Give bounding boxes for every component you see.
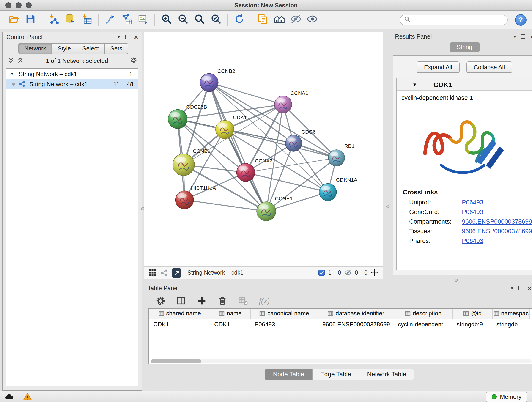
tree-row[interactable]: ▼String Network – cdk11 xyxy=(6,69,138,79)
network-edge[interactable] xyxy=(209,83,266,211)
column-header-database-identifier[interactable]: database identifier xyxy=(318,309,394,319)
import-network-database-button[interactable] xyxy=(62,12,78,27)
grid-view-icon[interactable] xyxy=(149,269,156,276)
float-panel-icon[interactable] xyxy=(518,286,522,290)
search-box[interactable] xyxy=(399,14,508,25)
collapse-panel-icon[interactable]: ▾ xyxy=(514,34,516,39)
splitter-handle[interactable] xyxy=(455,279,458,282)
splitter-handle[interactable] xyxy=(141,207,144,211)
network-edge[interactable] xyxy=(209,83,283,104)
network-edge[interactable] xyxy=(209,83,336,158)
network-node-CDK1[interactable] xyxy=(215,120,234,139)
column-header-shared-name[interactable]: shared name xyxy=(149,309,210,319)
command-panel-button[interactable] xyxy=(254,12,271,27)
column-header--id[interactable]: @id xyxy=(452,309,492,319)
table-cell[interactable]: CDK1 xyxy=(210,319,250,329)
table-settings-gear-icon[interactable] xyxy=(156,296,165,306)
network-edge[interactable] xyxy=(246,172,328,192)
warning-icon[interactable] xyxy=(23,393,32,401)
table-cell[interactable]: stringdb xyxy=(492,319,530,329)
tab-node-table[interactable]: Node Table xyxy=(265,369,312,380)
tab-style[interactable]: Style xyxy=(51,43,77,54)
tab-network[interactable]: Network xyxy=(18,43,52,54)
crosslink-link[interactable]: P06493 xyxy=(462,199,483,206)
collapse-panel-icon[interactable]: ▾ xyxy=(118,34,120,39)
crosshair-icon[interactable] xyxy=(371,269,378,276)
network-canvas[interactable]: CCNB2CCNA1CDC25BCDK1CDC6RB1CCNB1CCNA2CDK… xyxy=(144,32,383,266)
column-header-description[interactable]: description xyxy=(394,309,452,319)
delete-column-trash-icon[interactable] xyxy=(218,296,227,306)
network-node-CCNB2[interactable] xyxy=(200,73,218,92)
apply-layout-button[interactable] xyxy=(231,12,247,27)
network-node-RB1[interactable] xyxy=(328,150,345,166)
zoom-selected-button[interactable] xyxy=(208,12,224,27)
selected-checkbox[interactable] xyxy=(319,269,325,276)
delete-table-icon[interactable] xyxy=(238,296,248,306)
cloud-icon[interactable] xyxy=(5,393,14,401)
collapse-all-icon[interactable] xyxy=(7,57,14,65)
hide-selected-button[interactable] xyxy=(287,12,304,27)
column-header-name[interactable]: name xyxy=(210,309,250,319)
float-panel-icon[interactable] xyxy=(521,34,525,38)
import-table-file-button[interactable] xyxy=(78,12,95,27)
column-header-namespac[interactable]: namespac xyxy=(492,309,530,319)
network-node-CDC6[interactable] xyxy=(285,135,302,152)
network-node-CDKN1A[interactable] xyxy=(319,183,336,201)
scrollbar-thumb[interactable] xyxy=(151,359,201,363)
hidden-eye-icon[interactable] xyxy=(344,269,351,276)
add-column-icon[interactable] xyxy=(197,296,207,306)
gear-icon[interactable] xyxy=(130,57,137,65)
show-columns-icon[interactable] xyxy=(177,296,186,306)
function-builder-button[interactable]: f(x) xyxy=(259,296,270,306)
crosslink-link[interactable]: 9606.ENSP00000378699 xyxy=(462,218,532,225)
zoom-fit-button[interactable] xyxy=(191,12,208,27)
open-session-button[interactable] xyxy=(6,12,22,27)
search-input[interactable] xyxy=(412,17,503,23)
close-panel-icon[interactable]: × xyxy=(134,34,138,40)
tab-edge-table[interactable]: Edge Table xyxy=(312,369,360,380)
export-image-button[interactable] xyxy=(135,12,151,27)
network-from-selection-button[interactable] xyxy=(102,12,118,27)
horizontal-scrollbar[interactable] xyxy=(151,359,532,363)
table-cell[interactable]: CDK1 xyxy=(149,319,210,329)
collapse-panel-icon[interactable]: ▾ xyxy=(511,286,513,291)
network-node-HIST1H1A[interactable] xyxy=(175,191,194,209)
open-external-button[interactable] xyxy=(172,268,181,278)
import-network-file-button[interactable] xyxy=(45,12,62,27)
window-zoom-button[interactable] xyxy=(26,2,32,8)
memory-button[interactable]: Memory xyxy=(486,392,527,402)
network-edge[interactable] xyxy=(184,200,266,211)
network-node-CDC25B[interactable] xyxy=(168,109,187,129)
table-cell[interactable]: stringdb:9... xyxy=(452,319,492,329)
zoom-out-button[interactable] xyxy=(175,12,191,27)
expand-triangle-icon[interactable]: ▼ xyxy=(10,71,17,76)
expand-all-button[interactable]: Expand All xyxy=(417,61,460,73)
tab-string[interactable]: String xyxy=(449,42,480,52)
table-cell[interactable]: P06493 xyxy=(250,319,318,329)
table-row[interactable]: CDK1CDK1P064939606.ENSP00000378699cyclin… xyxy=(149,319,530,329)
save-session-button[interactable] xyxy=(22,12,38,27)
crosslink-link[interactable]: P06493 xyxy=(462,209,483,216)
crosslink-link[interactable]: P06493 xyxy=(462,237,483,244)
table-cell[interactable]: cyclin-dependent ... xyxy=(394,319,452,329)
collapse-all-button[interactable]: Collapse All xyxy=(467,61,512,73)
network-table-button[interactable] xyxy=(118,12,135,27)
expand-all-icon[interactable] xyxy=(17,57,24,65)
network-node-CCNA2[interactable] xyxy=(236,163,255,182)
column-header-canonical-name[interactable]: canonical name xyxy=(250,309,318,319)
tree-row[interactable]: String Network – cdk11148 xyxy=(6,79,138,89)
network-node-CCNE1[interactable] xyxy=(257,202,276,221)
window-minimize-button[interactable] xyxy=(16,2,22,8)
float-panel-icon[interactable] xyxy=(125,35,129,39)
tab-sets[interactable]: Sets xyxy=(104,43,128,54)
close-panel-icon[interactable]: × xyxy=(527,285,531,291)
tab-network-table[interactable]: Network Table xyxy=(359,369,414,380)
share-network-icon[interactable] xyxy=(160,269,168,276)
show-all-button[interactable] xyxy=(304,12,320,27)
zoom-in-button[interactable] xyxy=(158,12,175,27)
close-panel-icon[interactable]: × xyxy=(530,33,532,40)
network-node-CCNA1[interactable] xyxy=(274,96,292,113)
window-close-button[interactable] xyxy=(6,2,12,8)
birdseye-button[interactable] xyxy=(271,12,287,27)
crosslink-link[interactable]: 9606.ENSP00000378699 xyxy=(462,228,532,235)
